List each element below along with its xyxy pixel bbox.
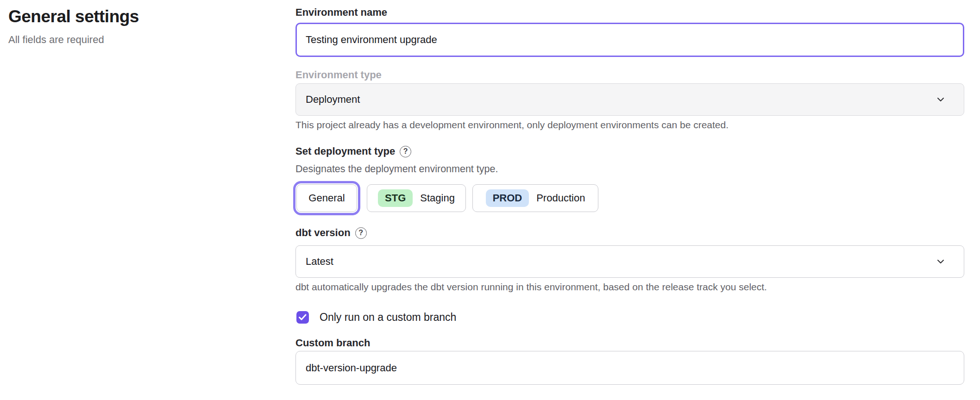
deployment-type-label-text: Set deployment type <box>295 145 395 158</box>
dbt-version-label: dbt version ? <box>295 226 964 239</box>
custom-branch-input[interactable] <box>295 351 964 385</box>
dbt-version-label-text: dbt version <box>295 226 351 239</box>
help-icon[interactable]: ? <box>355 227 367 239</box>
custom-branch-checkbox-row: Only run on a custom branch <box>296 309 965 325</box>
custom-branch-checkbox-label: Only run on a custom branch <box>320 311 456 324</box>
deployment-type-production-label: Production <box>536 192 585 204</box>
page-title: General settings <box>8 6 268 27</box>
environment-name-field-wrap <box>295 23 964 57</box>
deployment-type-staging-button[interactable]: STG Staging <box>367 184 466 212</box>
dbt-version-helper: dbt automatically upgrades the dbt versi… <box>295 281 964 293</box>
check-icon <box>299 314 307 320</box>
deployment-type-production-button[interactable]: PROD Production <box>472 184 598 212</box>
custom-branch-field-wrap <box>295 351 964 385</box>
settings-form: Environment name Environment type Deploy… <box>295 0 964 400</box>
deployment-type-helper: Designates the deployment environment ty… <box>295 163 964 175</box>
deployment-type-options: General STG Staging PROD Production <box>295 183 964 213</box>
environment-type-value: Deployment <box>306 94 936 106</box>
help-icon[interactable]: ? <box>400 146 411 157</box>
chevron-down-icon <box>936 94 946 105</box>
custom-branch-checkbox[interactable] <box>296 311 309 324</box>
prod-badge: PROD <box>486 189 529 207</box>
dbt-version-value: Latest <box>306 256 936 268</box>
page-subtitle: All fields are required <box>8 33 268 47</box>
environment-type-label: Environment type <box>295 69 964 81</box>
section-header: General settings All fields are required <box>8 6 268 47</box>
deployment-type-label: Set deployment type ? <box>295 145 964 158</box>
dbt-version-select[interactable]: Latest <box>295 245 964 278</box>
environment-name-label: Environment name <box>295 6 964 19</box>
deployment-type-general-label: General <box>308 192 345 204</box>
environment-type-select: Deployment <box>295 83 964 116</box>
deployment-type-staging-label: Staging <box>420 192 455 204</box>
chevron-down-icon <box>936 256 946 267</box>
deployment-type-general-button[interactable]: General <box>296 184 357 212</box>
environment-settings-page: General settings All fields are required… <box>0 0 980 400</box>
environment-type-helper: This project already has a development e… <box>295 119 964 131</box>
environment-name-input[interactable] <box>295 23 964 57</box>
stg-badge: STG <box>378 189 413 207</box>
custom-branch-label: Custom branch <box>295 337 964 350</box>
